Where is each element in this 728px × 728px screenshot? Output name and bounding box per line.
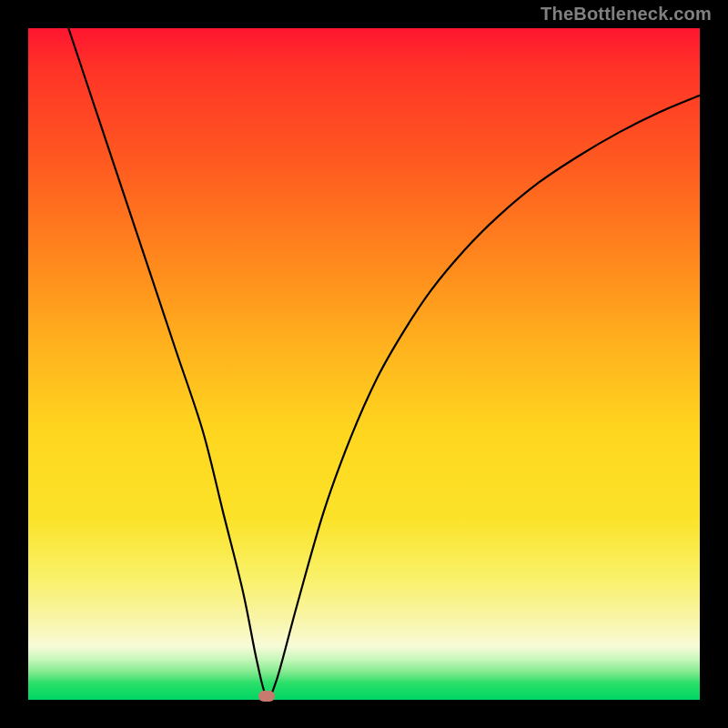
plot-area (28, 28, 700, 700)
chart-frame: TheBottleneck.com (0, 0, 728, 728)
bottleneck-curve (28, 28, 700, 700)
watermark-label: TheBottleneck.com (541, 4, 712, 25)
minimum-marker (258, 691, 275, 702)
